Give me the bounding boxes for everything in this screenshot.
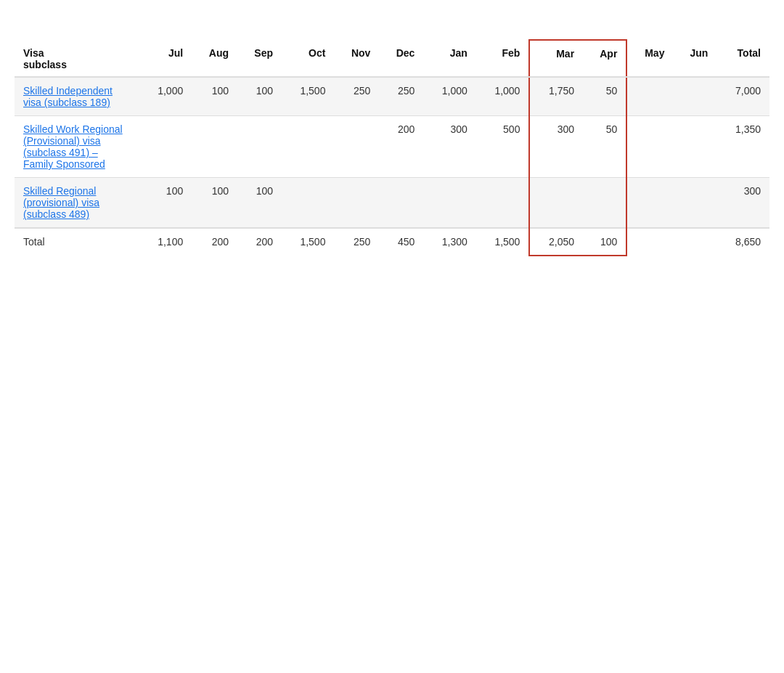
col-header-jul: Jul xyxy=(139,40,192,77)
invitations-table: Visasubclass Jul Aug Sep Oct Nov Dec Jan… xyxy=(15,39,769,256)
table-row: Skilled Regional (provisional) visa (sub… xyxy=(15,178,769,229)
table-row: Skilled Work Regional (Provisional) visa… xyxy=(15,116,769,178)
col-header-jan: Jan xyxy=(423,40,475,77)
col-header-nov: Nov xyxy=(334,40,379,77)
visa-link[interactable]: Skilled Regional (provisional) visa (sub… xyxy=(23,185,99,220)
col-header-dec: Dec xyxy=(379,40,423,77)
table-row: Skilled Independent visa (subclass 189)1… xyxy=(15,77,769,116)
total-row: Total1,1002002001,5002504501,3001,5002,0… xyxy=(15,228,769,256)
col-header-jun: Jun xyxy=(673,40,716,77)
col-header-sep: Sep xyxy=(237,40,282,77)
col-header-feb: Feb xyxy=(476,40,530,77)
col-header-aug: Aug xyxy=(192,40,237,77)
col-header-total: Total xyxy=(716,40,769,77)
col-header-apr col-apr: Apr xyxy=(583,40,626,77)
table-header-row: Visasubclass Jul Aug Sep Oct Nov Dec Jan… xyxy=(15,40,769,77)
col-header-mar col-mar: Mar xyxy=(529,40,583,77)
col-header-oct: Oct xyxy=(282,40,334,77)
visa-link[interactable]: Skilled Independent visa (subclass 189) xyxy=(23,85,113,108)
visa-link[interactable]: Skilled Work Regional (Provisional) visa… xyxy=(23,123,123,170)
col-header-may: May xyxy=(626,40,673,77)
col-header-visa: Visasubclass xyxy=(15,40,139,77)
